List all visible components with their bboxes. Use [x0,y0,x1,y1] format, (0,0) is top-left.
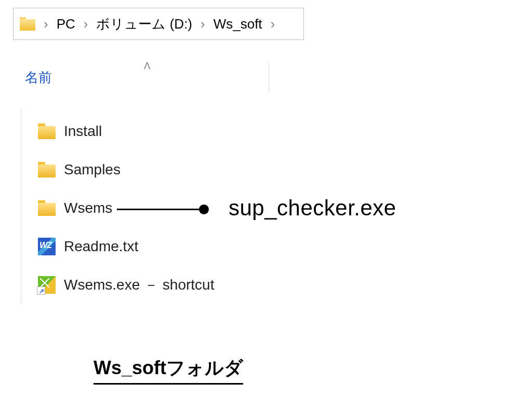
sort-ascending-icon: ᐱ [144,60,150,72]
chevron-right-icon: › [196,16,209,32]
file-item-wsems-shortcut[interactable]: Wsems.exe － shortcut [21,266,291,304]
folder-icon [38,124,56,139]
text-file-icon [38,238,56,255]
breadcrumb[interactable]: › PC › ボリューム (D:) › Ws_soft › [13,8,304,40]
file-name: Readme.txt [64,238,138,255]
annotation-endpoint-dot [199,204,209,214]
annotation-connector-line [117,209,200,210]
file-name: Wsems.exe － shortcut [64,275,214,295]
file-name: Install [64,123,102,140]
file-item-readme[interactable]: Readme.txt [21,227,291,266]
shortcut-icon [38,276,56,294]
annotation-label: sup_checker.exe [229,196,396,221]
folder-icon [20,17,35,31]
column-header-name: 名前 [25,69,73,87]
file-item-install[interactable]: Install [21,112,291,151]
breadcrumb-item-wssoft[interactable]: Ws_soft [211,16,264,32]
file-item-samples[interactable]: Samples [21,151,291,189]
chevron-right-icon: › [39,16,52,32]
figure-caption: Ws_softフォルダ [94,356,243,385]
folder-icon [38,162,56,177]
chevron-right-icon: › [79,16,92,32]
file-name: Samples [64,161,121,178]
folder-icon [38,200,56,216]
column-header[interactable]: ᐱ 名前 [25,62,269,92]
chevron-right-icon: › [267,16,280,32]
file-name: Wsems [64,200,112,216]
breadcrumb-item-pc[interactable]: PC [55,16,77,32]
breadcrumb-item-volume[interactable]: ボリューム (D:) [94,15,194,33]
